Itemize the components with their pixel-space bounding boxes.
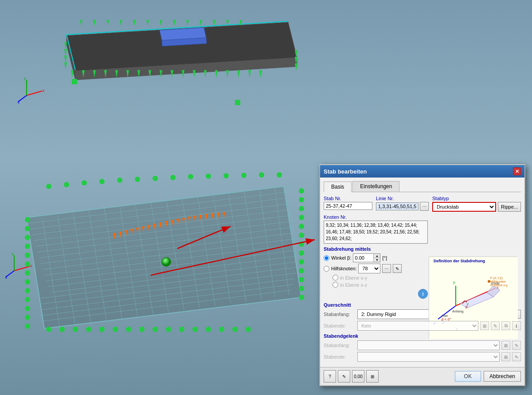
stabanfang-label: Stabanfang: [324, 312, 356, 317]
svg-point-100 [25, 261, 30, 267]
stabende-btn2[interactable]: ✎ [491, 321, 500, 330]
linie-nr-label: Linie Nr. [376, 196, 429, 201]
gelenk-stabende-btn2[interactable]: ✎ [512, 352, 521, 361]
stab-nr-label: Stab Nr. [324, 196, 372, 201]
svg-point-151 [113, 327, 118, 332]
stabtyp-select[interactable]: Druckstab [432, 202, 496, 212]
svg-point-167 [135, 177, 140, 182]
svg-marker-45 [237, 70, 240, 78]
winkel-radio[interactable] [324, 255, 329, 261]
dialog-titlebar[interactable]: Stab bearbeiten ✕ [320, 165, 524, 178]
ebene-xy-radio[interactable] [332, 275, 338, 280]
hilfsknoten-label: Hilfsknoten: [331, 266, 356, 271]
ebene-section: in Ebene x-y in Ebene x-z [332, 275, 428, 288]
dialog-stab-bearbeiten: Stab bearbeiten ✕ Basis Einstellungen St… [319, 164, 525, 386]
linie-nr-pick-button[interactable]: ⋯ [420, 202, 429, 211]
rippe-button[interactable]: Rippe... [498, 202, 521, 212]
bottom-bar: ? ✎ 0.00 ⊞ OK Abbrechen [320, 367, 524, 385]
gelenk-stabanfang-btn2[interactable]: ✎ [512, 341, 521, 350]
winkel-unit: [°] [382, 255, 387, 261]
gelenk-stabanfang-select[interactable] [357, 340, 500, 350]
gelenk-stabende-select[interactable] [357, 352, 500, 362]
edit-button[interactable]: ✎ [338, 370, 350, 383]
ok-button[interactable]: OK [455, 371, 481, 382]
winkel-up-button[interactable]: ▲ [374, 254, 380, 258]
svg-point-102 [25, 279, 30, 284]
winkel-input[interactable] [353, 254, 373, 261]
svg-point-157 [192, 327, 198, 332]
svg-rect-51 [72, 79, 77, 84]
svg-point-95 [25, 217, 30, 222]
dialog-title: Stab bearbeiten [324, 168, 367, 175]
svg-marker-26 [64, 42, 67, 50]
tab-einstellungen[interactable]: Einstellungen [352, 181, 399, 192]
svg-point-99 [25, 253, 30, 258]
stabende-select[interactable]: Kein [357, 321, 478, 331]
svg-rect-52 [235, 100, 240, 105]
hilfsknoten-row: Hilfsknoten: 78 ⋯ ✎ [324, 264, 428, 273]
svg-marker-20 [173, 20, 176, 26]
svg-point-121 [162, 257, 171, 266]
knoten-label: Knoten Nr. [324, 214, 428, 220]
stabdrehung-label: Stabdrehung mittels [324, 246, 428, 252]
winkel-spinner[interactable]: ▲ ▼ [353, 253, 380, 262]
svg-marker-44 [226, 70, 229, 78]
left-content-area: Knoten Nr. 9,32; 10,34; 11,36; 12,38; 13… [324, 214, 428, 299]
hilfsknoten-select[interactable]: 78 [358, 264, 380, 273]
knoten-display: 9,32; 10,34; 11,36; 12,38; 13,40; 14,42;… [324, 221, 428, 244]
svg-point-159 [219, 327, 224, 332]
linie-nr-input[interactable] [376, 202, 419, 210]
table-button[interactable]: ⊞ [366, 370, 379, 383]
hilfsknoten-pick-btn[interactable]: ⋯ [382, 264, 391, 273]
main-area: x z' y Anfang Ende P (X,Y, [324, 214, 521, 362]
svg-point-115 [299, 250, 304, 256]
top-form-row: Stab Nr. Linie Nr. ⋯ Stabtyp Druckstab R… [324, 196, 521, 212]
svg-point-117 [299, 268, 304, 273]
svg-point-172 [223, 173, 229, 178]
svg-text:y: y [453, 280, 455, 284]
stabende-btn4[interactable]: ℹ [512, 321, 521, 330]
winkel-label: Winkel β: [331, 255, 351, 261]
gelenk-stabende-btn1[interactable]: ⊞ [501, 352, 510, 361]
svg-point-111 [299, 215, 304, 220]
svg-marker-47 [259, 70, 262, 78]
svg-text:P (X,Y,Z): P (X,Y,Z) [490, 276, 503, 280]
svg-point-175 [277, 172, 282, 178]
winkel-spinner-buttons: ▲ ▼ [373, 254, 380, 262]
stabende-btn1[interactable]: ⊞ [480, 321, 489, 330]
svg-point-154 [153, 327, 158, 332]
svg-point-120 [299, 295, 304, 300]
svg-point-146 [46, 327, 51, 332]
svg-point-170 [188, 174, 193, 179]
hilfsknoten-edit-btn[interactable]: ✎ [393, 264, 402, 273]
help-button[interactable]: ? [324, 370, 336, 383]
winkel-down-button[interactable]: ▼ [374, 258, 380, 262]
bottom-plate-svg [9, 146, 319, 359]
svg-point-155 [166, 327, 171, 332]
svg-point-152 [126, 327, 131, 332]
svg-point-103 [25, 288, 30, 293]
svg-point-101 [25, 270, 30, 276]
hilfsknoten-radio[interactable] [324, 266, 329, 272]
svg-point-161 [246, 327, 251, 332]
svg-point-107 [25, 324, 30, 329]
svg-point-173 [241, 173, 246, 178]
gelenk-stabanfang-btn1[interactable]: ⊞ [501, 341, 510, 350]
svg-point-96 [25, 226, 30, 231]
stabende-btn3[interactable]: ⧉ [501, 321, 510, 330]
stab-nr-input[interactable] [324, 202, 372, 210]
svg-marker-59 [27, 186, 301, 328]
info-button[interactable]: i [418, 289, 428, 299]
cancel-button[interactable]: Abbrechen [484, 371, 521, 382]
zero-button[interactable]: 0.00 [352, 370, 364, 383]
gelenk-stabende-label: Stabende: [324, 354, 356, 359]
svg-marker-29 [64, 62, 67, 70]
svg-point-118 [299, 277, 304, 282]
svg-point-98 [25, 244, 30, 249]
svg-text:z: z [5, 275, 8, 280]
svg-point-149 [86, 327, 91, 332]
tab-basis[interactable]: Basis [324, 182, 352, 192]
ebene-xz-radio[interactable] [332, 282, 338, 288]
svg-text:z: z [18, 100, 20, 104]
close-button[interactable]: ✕ [513, 167, 521, 175]
